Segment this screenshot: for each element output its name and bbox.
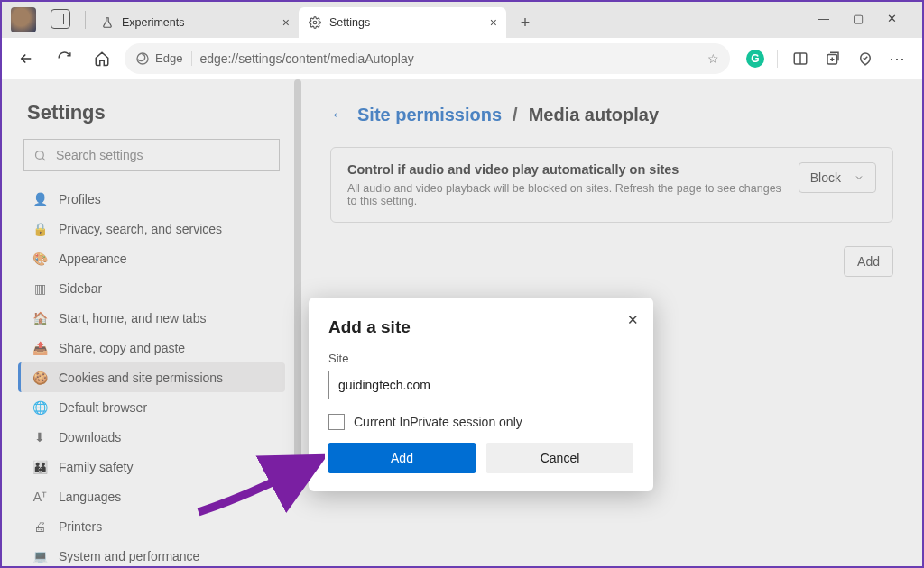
sidebar-item-start-home-and-new-tabs[interactable]: 🏠Start, home, and new tabs [18, 303, 285, 333]
nav-icon: 👪 [32, 460, 48, 474]
nav-icon: 🏠 [32, 311, 48, 325]
sidebar-item-label: Cookies and site permissions [59, 371, 223, 385]
breadcrumb-separator: / [513, 105, 518, 125]
breadcrumb-parent[interactable]: Site permissions [357, 105, 502, 125]
site-field-label: Site [328, 352, 633, 365]
page-title: Settings [27, 101, 285, 124]
tab-actions-icon[interactable] [51, 9, 70, 29]
breadcrumb: ← Site permissions / Media autoplay [330, 105, 893, 125]
home-button[interactable] [87, 43, 117, 74]
dialog-add-button[interactable]: Add [328, 443, 476, 473]
nav-icon: Aᵀ [32, 490, 48, 504]
inprivate-checkbox-label: Current InPrivate session only [354, 415, 522, 429]
autoplay-select-value: Block [810, 170, 841, 185]
sidebar-item-cookies-and-site-permissions[interactable]: 🍪Cookies and site permissions [18, 362, 285, 392]
autoplay-control-panel: Control if audio and video play automati… [330, 147, 893, 223]
tab-experiments[interactable]: Experiments × [91, 7, 299, 38]
sidebar-item-label: Sidebar [59, 281, 102, 296]
tab-label: Settings [329, 16, 370, 29]
dialog-cancel-label: Cancel [541, 451, 580, 465]
flask-icon [100, 15, 115, 30]
title-bar: Experiments × Settings × + — ▢ ✕ [2, 2, 922, 38]
sidebar-item-appearance[interactable]: 🎨Appearance [18, 243, 285, 273]
sidebar-item-profiles[interactable]: 👤Profiles [18, 184, 285, 214]
sidebar-item-label: Downloads [59, 430, 121, 444]
svg-point-0 [313, 21, 317, 24]
dialog-add-label: Add [391, 451, 413, 465]
collections-icon[interactable] [823, 49, 843, 69]
browser-toolbar: Edge edge://settings/content/mediaAutopl… [2, 38, 922, 79]
new-tab-button[interactable]: + [512, 9, 539, 36]
inprivate-checkbox-row[interactable]: Current InPrivate session only [328, 414, 633, 430]
profile-avatar[interactable] [11, 7, 36, 32]
close-window-button[interactable]: ✕ [887, 12, 897, 25]
back-button[interactable] [11, 43, 42, 74]
autoplay-select[interactable]: Block [799, 162, 876, 193]
dialog-title: Add a site [328, 317, 633, 337]
sidebar-item-downloads[interactable]: ⬇Downloads [18, 422, 285, 452]
window-controls: — ▢ ✕ [818, 12, 922, 38]
address-bar[interactable]: Edge edge://settings/content/mediaAutopl… [125, 43, 730, 74]
add-site-button[interactable]: Add [844, 246, 893, 277]
favorite-icon[interactable]: ☆ [707, 51, 719, 66]
nav-icon: 🖨 [32, 519, 48, 534]
tab-label: Experiments [122, 16, 184, 29]
sidebar-item-family-safety[interactable]: 👪Family safety [18, 452, 285, 481]
grammarly-extension-icon[interactable]: G [746, 50, 764, 68]
maximize-button[interactable]: ▢ [853, 12, 864, 25]
nav-icon: 💻 [32, 549, 48, 563]
sidebar-item-label: Privacy, search, and services [59, 222, 222, 236]
more-menu-icon[interactable]: ⋯ [888, 49, 908, 69]
sidebar-item-languages[interactable]: AᵀLanguages [18, 481, 285, 511]
sidebar-item-system-and-performance[interactable]: 💻System and performance [18, 541, 285, 566]
refresh-button[interactable] [49, 43, 79, 74]
gear-icon [308, 15, 322, 30]
search-icon [33, 149, 47, 162]
chevron-down-icon [854, 172, 864, 183]
minimize-button[interactable]: — [818, 12, 829, 25]
breadcrumb-back-icon[interactable]: ← [330, 105, 346, 124]
sidebar-item-label: Start, home, and new tabs [59, 311, 206, 325]
close-icon[interactable]: × [490, 15, 497, 30]
search-placeholder: Search settings [56, 148, 143, 162]
sidebar-item-sidebar[interactable]: ▥Sidebar [18, 273, 285, 303]
add-site-dialog: ✕ Add a site Site Current InPrivate sess… [309, 298, 653, 491]
add-site-button-label: Add [857, 254, 880, 269]
dialog-close-button[interactable]: ✕ [627, 312, 639, 328]
nav-icon: 📤 [32, 341, 48, 355]
panel-heading: Control if audio and video play automati… [347, 162, 786, 177]
browser-essentials-icon[interactable] [855, 49, 875, 69]
sidebar-item-label: Appearance [59, 252, 127, 266]
site-input[interactable] [328, 371, 633, 399]
sidebar-item-label: Printers [59, 519, 102, 534]
checkbox-icon[interactable] [328, 414, 345, 430]
sidebar-item-label: System and performance [59, 549, 199, 563]
sidebar-item-label: Default browser [59, 400, 147, 415]
tab-strip: Experiments × Settings × + [91, 2, 539, 38]
sidebar-item-label: Languages [59, 490, 121, 504]
toolbar-actions: G ⋯ [737, 49, 913, 69]
url-text: edge://settings/content/mediaAutoplay [199, 51, 700, 66]
dialog-cancel-button[interactable]: Cancel [486, 443, 633, 473]
settings-sidebar: Settings Search settings 👤Profiles🔒Priva… [2, 79, 301, 566]
edge-badge: Edge [135, 51, 192, 66]
settings-nav: 👤Profiles🔒Privacy, search, and services🎨… [18, 184, 285, 566]
svg-point-4 [36, 151, 44, 159]
sidebar-item-share-copy-and-paste[interactable]: 📤Share, copy and paste [18, 333, 285, 362]
settings-search[interactable]: Search settings [23, 139, 280, 171]
breadcrumb-current: Media autoplay [529, 105, 659, 125]
nav-icon: 🎨 [32, 252, 48, 266]
sidebar-item-privacy-search-and-services[interactable]: 🔒Privacy, search, and services [18, 214, 285, 243]
nav-icon: 👤 [32, 192, 48, 206]
sidebar-item-printers[interactable]: 🖨Printers [18, 511, 285, 541]
tab-settings[interactable]: Settings × [299, 7, 506, 38]
sidebar-item-label: Family safety [59, 460, 133, 474]
panel-description: All audio and video playback will be blo… [347, 182, 786, 207]
sidebar-item-label: Profiles [59, 192, 101, 206]
nav-icon: ▥ [32, 281, 48, 296]
sidebar-item-default-browser[interactable]: 🌐Default browser [18, 392, 285, 422]
split-screen-icon[interactable] [790, 49, 810, 69]
nav-icon: 🌐 [32, 400, 48, 415]
close-icon[interactable]: × [282, 15, 290, 30]
sidebar-scrollbar[interactable] [294, 79, 301, 476]
